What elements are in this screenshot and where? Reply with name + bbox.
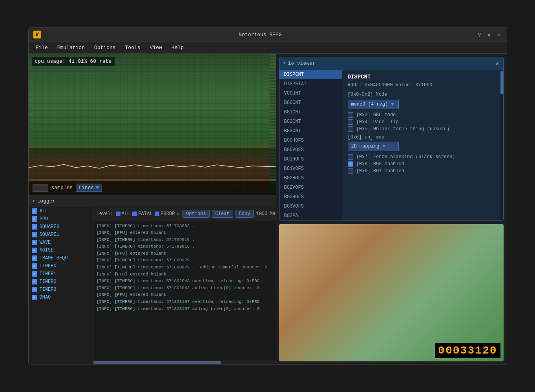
menu-emulation[interactable]: Emulation — [53, 44, 89, 51]
io-viewer-close-button[interactable]: ✕ — [495, 60, 499, 67]
maximize-button[interactable]: ∧ — [486, 31, 492, 38]
options-button[interactable]: Options — [183, 210, 209, 218]
reg-bg0hofs[interactable]: BG0HOFS — [279, 136, 342, 145]
bit-page-flip-checkbox[interactable] — [348, 119, 353, 125]
copy-button[interactable]: Copy — [236, 210, 254, 218]
menu-file[interactable]: File — [32, 44, 52, 51]
bit-bg1-checkbox[interactable] — [348, 168, 353, 174]
channel-all-checkbox[interactable] — [32, 208, 37, 214]
channel-timer1-checkbox[interactable] — [32, 271, 37, 277]
title-bar: W Notorious BEEG ∨ ∧ ✕ — [29, 28, 507, 42]
io-scrollbar-thumb[interactable] — [500, 71, 503, 94]
channel-square0[interactable]: SQUARE0 — [29, 223, 93, 231]
channel-square0-checkbox[interactable] — [32, 224, 37, 230]
samples-input[interactable]: 100 — [33, 184, 48, 192]
bit-force-blank-label: [0x7] Force blanking (black screen) — [356, 154, 455, 160]
left-panel: cpu usage: 41.01% 60 rate 100 — [29, 54, 276, 365]
minimize-button[interactable]: ∨ — [476, 31, 482, 38]
channel-timer1[interactable]: TIMER1 — [29, 270, 93, 278]
log-line-12: [INFO] [TIMER0] timestamp: 571803107 add… — [97, 306, 273, 313]
logger-body: ALL PPU SQUARE0 SQUARE1 — [29, 207, 276, 365]
reg-bg2hofs[interactable]: BG2HOFS — [279, 173, 342, 183]
channel-timer0[interactable]: TIMER0 — [29, 262, 93, 270]
channel-square1[interactable]: SQUARE1 — [29, 231, 93, 239]
reg-bg0vofs[interactable]: BG0VOFS — [279, 145, 342, 155]
cpu-label: cpu usage: — [35, 58, 66, 64]
bit-force-blank-checkbox[interactable] — [348, 154, 353, 160]
logger-collapse-icon[interactable]: ▼ — [33, 199, 35, 203]
log-scrollbar[interactable] — [93, 360, 276, 365]
obj-map-select-value: 2D mapping — [351, 144, 380, 149]
obj-map-label: [0x6] obj_map — [348, 135, 385, 140]
channel-timer0-checkbox[interactable] — [32, 263, 37, 269]
channel-wave-checkbox[interactable] — [32, 240, 37, 245]
channel-all[interactable]: ALL — [29, 207, 93, 215]
reg-bg2vofs[interactable]: BG2VOFS — [279, 183, 342, 192]
mode-section-label: [0x0-0x2] Mode — [348, 92, 495, 97]
channel-noise[interactable]: NOISE — [29, 246, 93, 254]
log-line-3: [INFO] [TIMER0] timestamp: 571799916... — [97, 243, 273, 250]
close-button[interactable]: ✕ — [495, 31, 502, 38]
cpu-overlay: cpu usage: 41.01% 60 rate — [32, 57, 115, 66]
log-scrollbar-thumb[interactable] — [93, 361, 221, 364]
detail-addr: Addr: 0x04000000 Value: 0x1D00 — [348, 82, 495, 88]
reg-bg0cnt[interactable]: BG0CNT — [279, 98, 342, 108]
bit-gbc-checkbox[interactable] — [348, 112, 353, 118]
main-window: W Notorious BEEG ∨ ∧ ✕ File Emulation Op… — [28, 27, 507, 365]
log-messages[interactable]: [INFO] [TIMER0] timestamp: 571798853... … — [93, 221, 276, 360]
bit-hblank-label: [0x5] Hblank force thing (unsure) — [356, 126, 450, 132]
obj-map-select[interactable]: 2D mapping ▼ — [348, 142, 399, 151]
io-scrollbar[interactable] — [500, 70, 503, 221]
reg-bg3hofs[interactable]: BG3HOFS — [279, 192, 342, 202]
menu-view[interactable]: View — [146, 44, 166, 51]
bit-bg0-checkbox[interactable] — [348, 161, 353, 167]
channel-ppu[interactable]: PPU — [29, 215, 93, 223]
bit-hblank-checkbox[interactable] — [348, 126, 353, 132]
app-icon: W — [33, 31, 41, 38]
bit-force-blank: [0x7] Force blanking (black screen) — [348, 154, 495, 160]
level-error-checkbox[interactable] — [155, 211, 159, 216]
channel-dma0-checkbox[interactable] — [32, 295, 37, 300]
reg-bg3vofs[interactable]: BG3VOFS — [279, 202, 342, 211]
channel-timer3[interactable]: TIMER3 — [29, 286, 93, 294]
io-viewer-collapse-icon[interactable]: ▼ — [283, 61, 286, 66]
reg-dispcnt[interactable]: DISPCNT — [279, 70, 342, 79]
menu-tools[interactable]: Tools — [121, 44, 144, 51]
bit-bg0-label: [0x8] BG0 enabled — [356, 161, 404, 167]
reg-bg1vofs[interactable]: BG1VOFS — [279, 164, 342, 173]
obj-map-section-label: [0x6] obj_map — [348, 134, 495, 140]
channel-timer3-checkbox[interactable] — [32, 287, 37, 292]
channel-dma0[interactable]: DMA0 — [29, 294, 93, 301]
channel-timer0-label: TIMER0 — [40, 263, 57, 269]
channel-dma0-label: DMA0 — [40, 295, 51, 300]
reg-bg3cnt[interactable]: BG3CNT — [279, 126, 342, 136]
mode-select[interactable]: mode0 (4 reg) ▼ — [348, 100, 399, 109]
log-output-area: Level: ALL FATAL ERROR — [93, 207, 276, 365]
level-error-label: ERROR — [161, 211, 175, 217]
channel-ppu-checkbox[interactable] — [32, 216, 37, 222]
reg-dispstat[interactable]: DISPSTAT — [279, 79, 342, 89]
mode-dropdown[interactable]: Lines — [76, 184, 102, 192]
reg-vcount[interactable]: VCOUNT — [279, 89, 342, 98]
channel-wave[interactable]: WAVE — [29, 239, 93, 246]
reg-bg1cnt[interactable]: BG1CNT — [279, 108, 342, 117]
menu-help[interactable]: Help — [168, 44, 188, 51]
reg-bg2cnt[interactable]: BG2CNT — [279, 117, 342, 126]
level-all-checkbox[interactable] — [116, 211, 121, 216]
channel-square1-checkbox[interactable] — [32, 232, 37, 237]
level-fatal-checkbox[interactable] — [132, 211, 137, 216]
channel-noise-checkbox[interactable] — [32, 248, 37, 253]
channel-frame-sequ[interactable]: FRAME_SEQU — [29, 254, 93, 262]
reg-bg1hofs[interactable]: BG1HOFS — [279, 155, 342, 164]
mode-select-arrow-icon: ▼ — [391, 102, 394, 107]
channel-timer2[interactable]: TIMER2 — [29, 278, 93, 286]
level-all-label: ALL — [122, 211, 130, 217]
reg-bg2pa[interactable]: BG2PA — [279, 211, 342, 221]
channel-frame-sequ-checkbox[interactable] — [32, 255, 37, 261]
rate-value: 60 — [90, 58, 96, 64]
menu-options[interactable]: Options — [90, 44, 120, 51]
log-line-0: [INFO] [TIMER0] timestamp: 571798853... — [97, 223, 273, 230]
mode-select-value: mode0 (4 reg) — [351, 102, 388, 107]
clear-button[interactable]: Clear — [212, 210, 233, 218]
channel-timer2-checkbox[interactable] — [32, 279, 37, 284]
